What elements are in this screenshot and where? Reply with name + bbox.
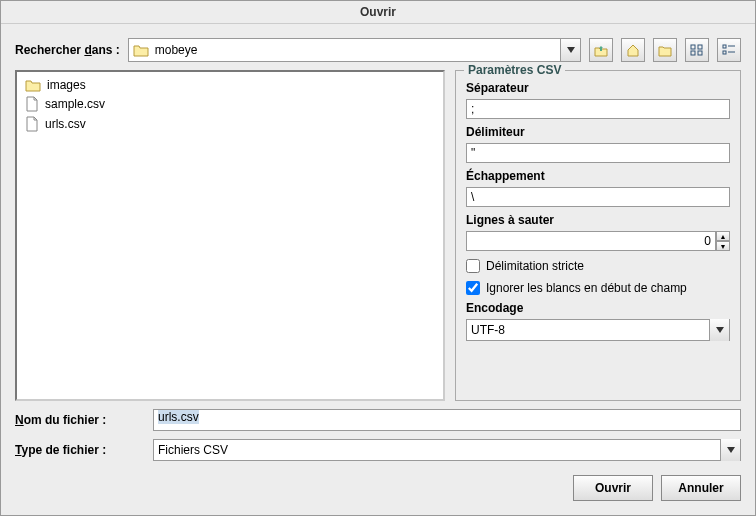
svg-rect-6 (723, 51, 726, 54)
escape-label: Échappement (466, 169, 730, 183)
spinner-down-button[interactable]: ▼ (716, 241, 730, 251)
svg-rect-1 (698, 45, 702, 49)
file-name: sample.csv (45, 97, 105, 111)
dropdown-arrow-icon[interactable] (720, 439, 740, 461)
filename-input[interactable]: urls.csv (153, 409, 741, 431)
skip-lines-input[interactable] (466, 231, 716, 251)
file-icon (25, 116, 39, 132)
filename-row: Nom du fichier : urls.csv (15, 409, 741, 431)
directory-name: mobeye (155, 43, 198, 57)
file-icon (25, 96, 39, 112)
filename-value: urls.csv (158, 410, 199, 424)
details-view-button[interactable] (717, 38, 741, 62)
delimiter-label: Délimiteur (466, 125, 730, 139)
spinner-up-button[interactable]: ▲ (716, 231, 730, 241)
skip-lines-spinner: ▲ ▼ (466, 231, 730, 251)
cancel-button[interactable]: Annuler (661, 475, 741, 501)
list-item[interactable]: sample.csv (21, 94, 439, 114)
csv-params-panel: Paramètres CSV Séparateur Délimiteur Éch… (455, 70, 741, 401)
dropdown-arrow-icon[interactable] (709, 319, 729, 341)
new-folder-button[interactable] (653, 38, 677, 62)
home-button[interactable] (621, 38, 645, 62)
svg-rect-2 (691, 51, 695, 55)
window-title: Ouvrir (1, 1, 755, 24)
filetype-value: Fichiers CSV (158, 443, 228, 457)
directory-dropdown[interactable]: mobeye (128, 38, 581, 62)
separator-input[interactable] (466, 99, 730, 119)
encoding-label: Encodage (466, 301, 730, 315)
open-button[interactable]: Ouvrir (573, 475, 653, 501)
dropdown-arrow-icon[interactable] (560, 39, 580, 61)
folder-icon (133, 43, 149, 57)
main-area: images sample.csv urls.csv Paramètres CS… (15, 70, 741, 401)
search-in-row: Rechercher dans : mobeye (15, 38, 741, 62)
encoding-value: UTF-8 (471, 323, 505, 337)
separator-label: Séparateur (466, 81, 730, 95)
search-in-label: Rechercher dans : (15, 43, 120, 57)
skip-lines-label: Lignes à sauter (466, 213, 730, 227)
escape-input[interactable] (466, 187, 730, 207)
strict-delimitation-checkbox[interactable] (466, 259, 480, 273)
filetype-label: Type de fichier : (15, 443, 145, 457)
list-item[interactable]: images (21, 76, 439, 94)
filetype-row: Type de fichier : Fichiers CSV (15, 439, 741, 461)
file-name: images (47, 78, 86, 92)
list-item[interactable]: urls.csv (21, 114, 439, 134)
delimiter-input[interactable] (466, 143, 730, 163)
folder-icon (25, 78, 41, 92)
svg-rect-0 (691, 45, 695, 49)
strict-delimitation-label: Délimitation stricte (486, 259, 584, 273)
file-name: urls.csv (45, 117, 86, 131)
dialog-content: Rechercher dans : mobeye (1, 24, 755, 515)
ignore-whitespace-label: Ignorer les blancs en début de champ (486, 281, 687, 295)
ignore-whitespace-row[interactable]: Ignorer les blancs en début de champ (466, 281, 730, 295)
ignore-whitespace-checkbox[interactable] (466, 281, 480, 295)
svg-rect-3 (698, 51, 702, 55)
list-view-button[interactable] (685, 38, 709, 62)
file-list[interactable]: images sample.csv urls.csv (15, 70, 445, 401)
encoding-dropdown[interactable]: UTF-8 (466, 319, 730, 341)
up-one-level-button[interactable] (589, 38, 613, 62)
svg-rect-4 (723, 45, 726, 48)
strict-delimitation-row[interactable]: Délimitation stricte (466, 259, 730, 273)
csv-params-legend: Paramètres CSV (464, 63, 565, 77)
filetype-dropdown[interactable]: Fichiers CSV (153, 439, 741, 461)
file-open-dialog: Ouvrir Rechercher dans : mobeye (0, 0, 756, 516)
dialog-buttons: Ouvrir Annuler (15, 475, 741, 501)
filename-label: Nom du fichier : (15, 413, 145, 427)
